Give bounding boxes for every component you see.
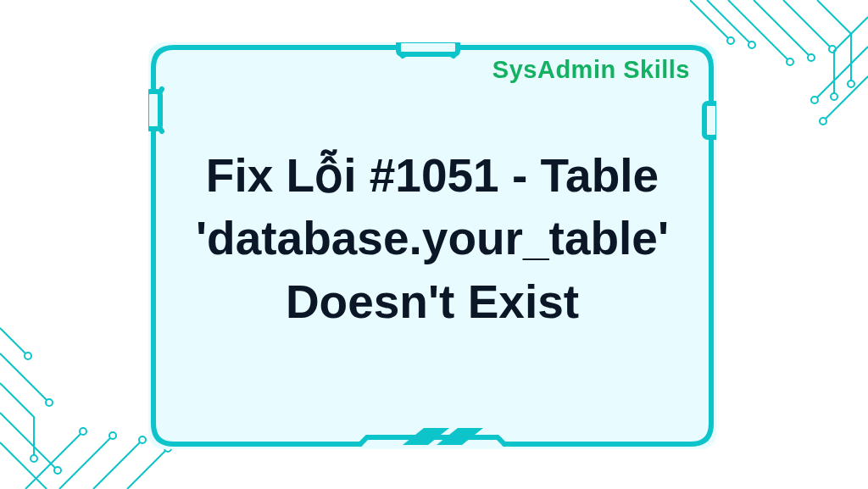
svg-point-7 [727,37,734,44]
svg-point-14 [139,436,146,443]
brand-label: SysAdmin Skills [492,56,690,84]
article-title: Fix Lỗi #1051 - Table 'database.your_tab… [161,144,704,333]
svg-point-3 [829,46,836,53]
svg-point-4 [848,81,854,87]
thumbnail-card: SysAdmin Skills Fix Lỗi #1051 - Table 'd… [0,0,868,489]
svg-point-16 [25,353,31,359]
svg-point-5 [831,93,837,100]
svg-point-9 [46,399,53,406]
svg-rect-18 [148,92,160,129]
svg-point-0 [748,42,755,48]
svg-rect-19 [704,103,716,137]
svg-point-6 [811,97,818,103]
svg-point-13 [109,432,116,439]
svg-point-10 [31,455,37,462]
svg-rect-17 [398,42,458,54]
svg-point-12 [80,428,86,435]
svg-point-2 [808,54,815,61]
circuit-decoration-top-right [690,0,868,144]
svg-point-11 [54,467,61,474]
svg-point-1 [787,58,793,65]
svg-point-8 [820,118,826,125]
